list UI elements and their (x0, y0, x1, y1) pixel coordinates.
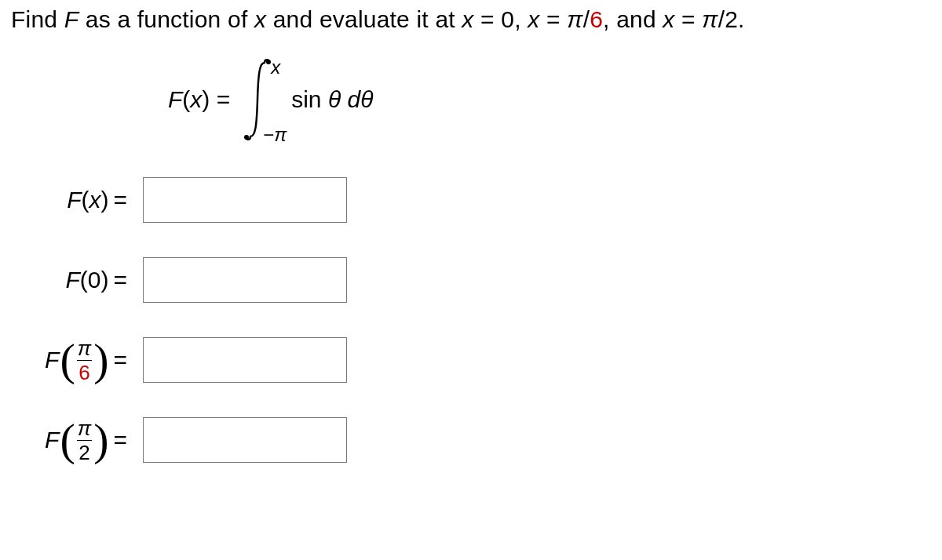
input-Fx[interactable] (143, 177, 347, 223)
text: and evaluate it at (266, 6, 462, 32)
var-x: x (254, 6, 266, 32)
equals: = (113, 427, 127, 453)
lower-bound: −π (263, 124, 287, 146)
row-Fpi2: F ( π 2 ) = (11, 417, 942, 463)
problem-prompt: Find F as a function of x and evaluate i… (11, 6, 942, 33)
pi: π (702, 6, 717, 32)
numerator-pi: π (76, 418, 93, 440)
close-paren: ) (93, 342, 108, 378)
arg-0: 0 (88, 267, 101, 293)
equals: = (113, 267, 127, 293)
open-paren: ( (182, 86, 190, 112)
text: = (540, 6, 568, 32)
input-F0[interactable] (143, 257, 347, 303)
text: = 0, (474, 6, 528, 32)
close-paren: ) (202, 86, 210, 112)
label-F0: F(0)= (11, 267, 143, 293)
row-Fx: F(x)= (11, 177, 942, 223)
func-F: F (168, 86, 182, 112)
text: as a function of (78, 6, 254, 32)
pi: π (567, 6, 582, 32)
equation-definition: F(x) = x −π sin θ dθ (168, 56, 942, 143)
var-x: x (462, 6, 473, 32)
open-paren: ( (60, 342, 75, 378)
upper-bound: x (271, 56, 280, 78)
denominator-2: 2 (77, 440, 91, 463)
var-x: x (190, 86, 202, 112)
var-F: F (64, 6, 79, 32)
text: /2. (718, 6, 745, 32)
open-paren: ( (60, 422, 75, 458)
label-Fx: F(x)= (11, 187, 143, 213)
text: / (583, 6, 590, 32)
var-x: x (528, 6, 539, 32)
equals: = (113, 347, 127, 373)
denom-6: 6 (590, 6, 603, 32)
open-paren: ( (80, 267, 88, 293)
input-Fpi6[interactable] (143, 337, 347, 383)
integrand: sin θ dθ (291, 86, 373, 113)
var-x: x (663, 6, 674, 32)
func-F: F (45, 347, 59, 373)
svg-point-1 (244, 135, 249, 140)
label-Fpi2: F ( π 2 ) = (11, 418, 143, 463)
equals: = (113, 187, 127, 213)
fraction-pi-6: π 6 (76, 338, 93, 383)
numerator-pi: π (76, 338, 93, 360)
answer-rows: F(x)= F(0)= F ( π 6 ) = (11, 177, 942, 463)
denominator-6: 6 (77, 360, 91, 383)
fraction-pi-2: π 2 (76, 418, 93, 463)
text: Find (11, 6, 64, 32)
input-Fpi2[interactable] (143, 417, 347, 463)
text: , and (603, 6, 663, 32)
close-paren: ) (100, 267, 108, 293)
func-F: F (65, 267, 79, 293)
close-paren: ) (100, 187, 108, 213)
text: = (675, 6, 703, 32)
row-F0: F(0)= (11, 257, 942, 303)
func-F: F (67, 187, 81, 213)
open-paren: ( (81, 187, 89, 213)
func-F: F (45, 427, 59, 453)
row-Fpi6: F ( π 6 ) = (11, 337, 942, 383)
integral: x −π sin θ dθ (239, 56, 373, 143)
label-Fpi6: F ( π 6 ) = (11, 338, 143, 383)
arg-x: x (89, 187, 100, 213)
equals: = (210, 86, 230, 112)
close-paren: ) (93, 422, 108, 458)
